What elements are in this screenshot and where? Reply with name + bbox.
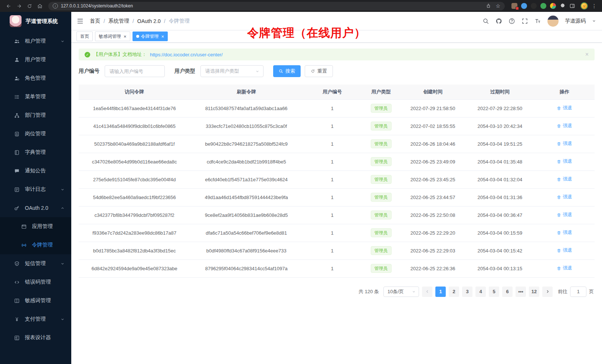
user-type-cell: 管理员 xyxy=(362,171,400,188)
table-row: 6d842e2924594de9a09e45e087323abe 8796295… xyxy=(79,259,595,277)
page-button[interactable]: 1 xyxy=(435,287,446,297)
page-button[interactable]: 3 xyxy=(462,287,472,297)
browser-menu-icon[interactable]: ⋮ xyxy=(590,3,598,9)
share-icon[interactable] xyxy=(486,3,491,9)
chevron-down-icon xyxy=(412,290,416,294)
page-button[interactable]: 12 xyxy=(529,287,539,297)
force-logout-button[interactable]: 强退 xyxy=(557,123,572,129)
sidebar-item[interactable]: 短信管理 xyxy=(0,254,71,273)
user-avatar[interactable] xyxy=(547,16,559,27)
sidebar-item[interactable]: 菜单管理 xyxy=(0,87,71,106)
force-logout-button[interactable]: 强退 xyxy=(557,158,572,165)
user-id-input[interactable] xyxy=(105,65,165,77)
refresh-icon[interactable] xyxy=(24,1,34,11)
sidebar-item[interactable]: 租户管理 xyxy=(0,32,71,50)
page-button[interactable]: 5 xyxy=(489,287,499,297)
chevron-down-icon[interactable] xyxy=(592,19,596,23)
close-tab-icon[interactable]: × xyxy=(124,34,127,39)
breadcrumb-item[interactable]: 首页 xyxy=(90,18,100,24)
alert-close-icon[interactable]: × xyxy=(585,51,589,58)
sidebar-subitem[interactable]: 令牌管理 xyxy=(0,236,71,254)
access-token-cell: 54d6be82ee5a460a9aedc1f9bf223656 xyxy=(79,188,190,206)
sidebar-item[interactable]: 字典管理 xyxy=(0,143,71,162)
pagination-ellipsis[interactable]: ••• xyxy=(516,287,526,297)
user-id-cell: 1 xyxy=(302,259,362,277)
created-time-cell: 2022-06-25 23:45:25 xyxy=(400,171,466,188)
close-tab-icon[interactable]: × xyxy=(161,34,164,39)
sidebar-item[interactable]: 岗位管理 xyxy=(0,125,71,143)
doc-link[interactable]: https://doc.iocoder.cn/user-center/ xyxy=(150,52,223,57)
force-logout-button[interactable]: 强退 xyxy=(557,265,572,271)
page-button[interactable]: 4 xyxy=(475,287,486,297)
breadcrumb: 首页/ 系统管理/ OAuth 2.0/ 令牌管理 xyxy=(90,18,190,24)
search-icon[interactable] xyxy=(482,18,489,24)
help-icon[interactable] xyxy=(508,18,515,24)
page-button[interactable]: 2 xyxy=(449,287,459,297)
force-logout-button[interactable]: 强退 xyxy=(557,194,572,200)
sidebar-toggle-icon[interactable] xyxy=(76,17,84,25)
back-icon[interactable] xyxy=(4,1,13,11)
goto-page-input[interactable] xyxy=(570,287,586,297)
fullscreen-icon[interactable] xyxy=(521,18,528,24)
url-bar[interactable]: i 127.0.0.1:1024/system/oauth2/token ☆ xyxy=(48,2,505,10)
bookmark-star-icon[interactable]: ☆ xyxy=(495,3,500,9)
side-panel-icon[interactable] xyxy=(569,3,575,9)
site-info-icon[interactable]: i xyxy=(53,3,58,9)
prev-page-button[interactable] xyxy=(422,287,432,297)
user-type-select[interactable]: 请选择用户类型 xyxy=(200,65,264,77)
table-row: 1ea5e44f8bc1467aaede43144f31de76 811c530… xyxy=(79,99,595,117)
next-page-button[interactable] xyxy=(542,287,553,297)
table-row: 502375b8040a469a9b82188afdf6af1f be90422… xyxy=(79,135,595,153)
sidebar-subitem[interactable]: 应用管理 xyxy=(0,217,71,236)
tab[interactable]: 令牌管理× xyxy=(132,32,168,41)
breadcrumb-item[interactable]: 系统管理 xyxy=(108,18,129,24)
refresh-token-cell: 811c530487574fa0af1a59d3abc1aa66 xyxy=(190,99,302,117)
sidebar-item[interactable]: 报表设计器 xyxy=(0,328,71,347)
sidebar-item[interactable]: 用户管理 xyxy=(0,50,71,69)
github-icon[interactable] xyxy=(495,18,502,24)
extension-badge xyxy=(516,7,519,10)
force-logout-button[interactable]: 强退 xyxy=(557,140,572,147)
force-logout-button[interactable]: 强退 xyxy=(557,229,572,236)
tab[interactable]: 首页 xyxy=(76,32,93,41)
home-icon[interactable] xyxy=(35,1,45,11)
force-logout-button[interactable]: 强退 xyxy=(557,176,572,182)
extension-icon[interactable] xyxy=(540,3,546,9)
extension-icon[interactable] xyxy=(521,3,527,9)
username[interactable]: 芋道源码 xyxy=(565,18,586,24)
extension-icon[interactable] xyxy=(531,3,537,9)
expire-time-cell: 2022-07-29 22:28:50 xyxy=(465,99,534,117)
extension-icon[interactable] xyxy=(511,3,517,9)
alert-text: 【用户体系】文档地址： xyxy=(94,51,147,58)
breadcrumb-item[interactable]: OAuth 2.0 xyxy=(137,18,161,24)
extension-icon[interactable] xyxy=(550,3,556,9)
user-type-badge: 管理员 xyxy=(371,122,392,130)
page-button[interactable]: 6 xyxy=(502,287,513,297)
user-type-label: 用户类型 xyxy=(174,68,195,75)
sidebar-item[interactable]: 部门管理 xyxy=(0,106,71,125)
search-button[interactable]: 搜索 xyxy=(273,65,301,77)
tab[interactable]: 敏感词管理× xyxy=(95,32,130,41)
forward-icon[interactable] xyxy=(14,1,24,11)
extensions-puzzle-icon[interactable] xyxy=(560,3,566,9)
chevron-down-icon xyxy=(60,39,65,43)
sidebar-item[interactable]: 角色管理 xyxy=(0,69,71,87)
sidebar-item[interactable]: OAuth 2.0 xyxy=(0,199,71,217)
browser-profile-avatar[interactable] xyxy=(580,2,588,10)
sidebar-item[interactable]: 通知公告 xyxy=(0,162,71,180)
reset-button[interactable]: 重置 xyxy=(305,65,333,77)
sidebar-item[interactable]: 错误码管理 xyxy=(0,273,71,291)
actions-cell: 强退 xyxy=(534,135,595,153)
force-logout-button[interactable]: 强退 xyxy=(557,212,572,218)
app-window-icon xyxy=(21,224,27,229)
force-logout-button[interactable]: 强退 xyxy=(557,105,572,111)
force-logout-button[interactable]: 强退 xyxy=(557,247,572,254)
sidebar-item[interactable]: 审计日志 xyxy=(0,180,71,199)
refresh-token-cell: 9ce8ef2aa9f14056b831ae9b608e28d5 xyxy=(190,206,302,224)
font-size-icon[interactable] xyxy=(534,18,541,24)
page-size-select[interactable]: 10条/页 xyxy=(383,287,419,297)
sidebar-item[interactable]: 敏感词管理 xyxy=(0,291,71,310)
app-logo[interactable]: 芋道管理系统 xyxy=(0,12,71,30)
refresh-token-cell: e6cfd40eb1f54571a31e775e039c4624 xyxy=(190,171,302,188)
sidebar-item[interactable]: 支付管理 xyxy=(0,310,71,328)
